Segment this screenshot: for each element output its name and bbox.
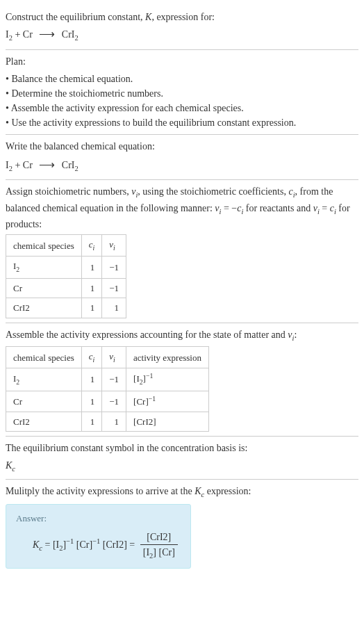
plan-title: Plan:	[6, 54, 358, 69]
cell-vi: −1	[102, 278, 126, 298]
multiply-text: Mulitply the activity expressions to arr…	[6, 486, 251, 496]
kc-symbol: Kc	[6, 460, 15, 471]
cell-activity: [Cr]−1	[126, 391, 209, 412]
table-row: Cr 1 −1	[6, 278, 126, 298]
cell-vi: −1	[102, 391, 126, 412]
cell-vi: −1	[102, 257, 126, 278]
cell-species: Cr	[6, 278, 82, 298]
activity-table: chemical species ci νi activity expressi…	[6, 346, 209, 432]
answer-box: Answer: Kc = [I2]−1 [Cr]−1 [CrI2] = [CrI…	[6, 504, 191, 569]
plan-list: Balance the chemical equation. Determine…	[6, 72, 358, 130]
cell-vi: −1	[102, 368, 126, 391]
cell-ci: 1	[81, 257, 102, 278]
plan-item: Determine the stoichiometric numbers.	[6, 86, 358, 101]
activity-text: Assemble the activity expressions accoun…	[6, 330, 297, 340]
construct-header: Construct the equilibrium constant, K, e…	[6, 6, 358, 50]
assign-section: Assign stoichiometric numbers, νi, using…	[6, 180, 358, 323]
col-species: chemical species	[6, 235, 82, 257]
cell-ci: 1	[81, 391, 102, 412]
cell-ci: 1	[81, 278, 102, 298]
fraction-numerator: [CrI2]	[140, 530, 178, 545]
answer-equation: Kc = [I2]−1 [Cr]−1 [CrI2] = [CrI2] [I2] …	[33, 530, 181, 562]
table-row: I2 1 −1	[6, 257, 126, 278]
col-ci: ci	[81, 347, 102, 368]
cell-species: Cr	[6, 391, 82, 412]
cell-ci: 1	[81, 368, 102, 391]
construct-text: Construct the equilibrium constant, K, e…	[6, 12, 215, 22]
cell-species: I2	[6, 257, 82, 278]
cell-species: I2	[6, 368, 82, 391]
assign-text: Assign stoichiometric numbers, νi, using…	[6, 186, 350, 229]
activity-section: Assemble the activity expressions accoun…	[6, 323, 358, 437]
col-vi: νi	[102, 235, 126, 257]
table-row: I2 1 −1 [I2]−1	[6, 368, 209, 391]
cell-species: CrI2	[6, 412, 82, 432]
multiply-section: Mulitply the activity expressions to arr…	[6, 480, 358, 574]
fraction-icon: [CrI2] [I2] [Cr]	[140, 530, 178, 562]
answer-label: Answer:	[16, 512, 181, 526]
fraction-denominator: [I2] [Cr]	[140, 545, 178, 562]
table-header-row: chemical species ci νi activity expressi…	[6, 347, 209, 368]
col-ci: ci	[81, 235, 102, 257]
plan-item: Use the activity expressions to build th…	[6, 115, 358, 130]
cell-ci: 1	[81, 298, 102, 318]
plan-item: Balance the chemical equation.	[6, 72, 358, 86]
col-activity: activity expression	[126, 347, 209, 368]
balanced-label: Write the balanced chemical equation:	[6, 139, 358, 154]
col-vi: νi	[102, 347, 126, 368]
cell-ci: 1	[81, 412, 102, 432]
balanced-equation: I2 + Cr ⟶ CrI2	[6, 156, 358, 174]
plan-section: Plan: Balance the chemical equation. Det…	[6, 50, 358, 135]
kc-symbol-section: The equilibrium constant symbol in the c…	[6, 437, 358, 480]
col-species: chemical species	[6, 347, 82, 368]
table-row: CrI2 1 1 [CrI2]	[6, 412, 209, 432]
reaction-arrow-icon: ⟶	[39, 158, 55, 170]
cell-species: CrI2	[6, 298, 82, 318]
plan-item: Assemble the activity expression for eac…	[6, 101, 358, 115]
table-header-row: chemical species ci νi	[6, 235, 126, 257]
balanced-section: Write the balanced chemical equation: I2…	[6, 135, 358, 181]
cell-vi: 1	[102, 298, 126, 318]
cell-activity: [CrI2]	[126, 412, 209, 432]
table-row: CrI2 1 1	[6, 298, 126, 318]
table-row: Cr 1 −1 [Cr]−1	[6, 391, 209, 412]
cell-activity: [I2]−1	[126, 368, 209, 391]
reaction-arrow-icon: ⟶	[39, 28, 55, 40]
cell-vi: 1	[102, 412, 126, 432]
stoich-table: chemical species ci νi I2 1 −1 Cr 1 −1 C…	[6, 234, 126, 318]
reaction-equation: I2 + Cr ⟶ CrI2	[6, 26, 358, 44]
kc-symbol-text: The equilibrium constant symbol in the c…	[6, 441, 358, 455]
